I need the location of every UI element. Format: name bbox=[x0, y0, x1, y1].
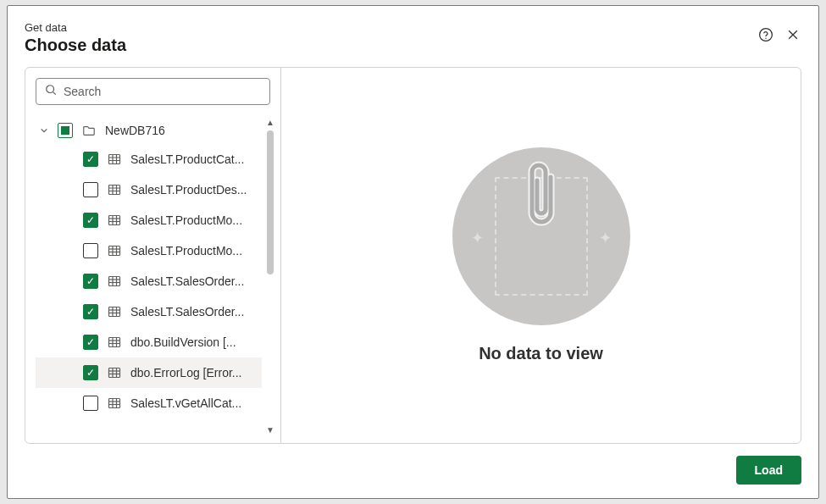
dialog-footer: Load bbox=[25, 444, 801, 485]
svg-point-0 bbox=[760, 29, 773, 42]
table-checkbox[interactable]: ✓ bbox=[83, 335, 98, 350]
svg-rect-11 bbox=[109, 186, 120, 195]
svg-rect-21 bbox=[109, 246, 120, 256]
svg-rect-16 bbox=[109, 216, 120, 225]
chevron-down-icon[interactable] bbox=[39, 126, 49, 135]
scroll-up-icon[interactable]: ▲ bbox=[266, 117, 274, 129]
table-icon bbox=[107, 335, 122, 349]
svg-line-5 bbox=[53, 92, 56, 95]
table-icon bbox=[107, 152, 122, 166]
table-icon bbox=[107, 274, 122, 288]
table-row[interactable]: ✓dbo.ErrorLog [Error... bbox=[36, 357, 262, 388]
tree-scrollbar[interactable]: ▲ ▼ bbox=[265, 117, 275, 436]
database-node[interactable]: NewDB716 bbox=[36, 117, 262, 144]
empty-message: No data to view bbox=[479, 344, 603, 363]
table-icon bbox=[107, 366, 122, 379]
table-icon bbox=[107, 244, 122, 258]
table-icon bbox=[107, 183, 122, 197]
table-label: SalesLT.SalesOrder... bbox=[130, 274, 258, 288]
load-button[interactable]: Load bbox=[736, 456, 801, 485]
table-row[interactable]: SalesLT.vGetAllCat... bbox=[36, 388, 262, 418]
sparkle-icon: ✦ bbox=[471, 229, 484, 247]
titles: Get data Choose data bbox=[25, 21, 126, 55]
table-icon bbox=[107, 396, 122, 410]
close-icon[interactable] bbox=[784, 26, 801, 43]
scroll-thumb[interactable] bbox=[267, 130, 274, 274]
table-checkbox[interactable] bbox=[83, 182, 98, 197]
database-checkbox[interactable] bbox=[58, 123, 73, 138]
dialog-header: Get data Choose data bbox=[25, 21, 801, 55]
table-checkbox[interactable]: ✓ bbox=[83, 213, 98, 228]
document-outline-icon bbox=[495, 177, 588, 296]
table-row[interactable]: ✓SalesLT.ProductCat... bbox=[36, 144, 262, 174]
empty-illustration: ✦ ✦ bbox=[452, 147, 630, 325]
navigator-pane: NewDB716 ✓SalesLT.ProductCat...SalesLT.P… bbox=[25, 68, 281, 443]
svg-point-1 bbox=[765, 37, 766, 38]
page-title: Choose data bbox=[25, 36, 126, 55]
search-input[interactable] bbox=[64, 85, 261, 98]
preview-pane: ✦ ✦ No data to view bbox=[281, 68, 801, 443]
database-label: NewDB716 bbox=[105, 124, 165, 137]
svg-point-4 bbox=[47, 86, 54, 93]
content-area: NewDB716 ✓SalesLT.ProductCat...SalesLT.P… bbox=[25, 67, 801, 444]
table-label: SalesLT.ProductMo... bbox=[130, 213, 258, 227]
table-row[interactable]: ✓dbo.BuildVersion [... bbox=[36, 327, 262, 357]
table-row[interactable]: ✓SalesLT.ProductMo... bbox=[36, 205, 262, 235]
table-row[interactable]: ✓SalesLT.SalesOrder... bbox=[36, 266, 262, 296]
table-label: dbo.BuildVersion [... bbox=[130, 335, 258, 349]
svg-rect-31 bbox=[109, 307, 120, 317]
header-actions bbox=[757, 26, 801, 43]
svg-rect-6 bbox=[109, 155, 120, 164]
table-row[interactable]: SalesLT.ProductDes... bbox=[36, 174, 262, 205]
table-row[interactable]: SalesLT.ProductMo... bbox=[36, 235, 262, 266]
search-icon bbox=[45, 84, 57, 99]
table-label: SalesLT.ProductDes... bbox=[130, 183, 258, 197]
table-row[interactable]: ✓SalesLT.SalesOrder... bbox=[36, 296, 262, 327]
table-checkbox[interactable]: ✓ bbox=[83, 365, 98, 380]
table-icon bbox=[107, 213, 122, 227]
svg-rect-41 bbox=[109, 368, 120, 378]
table-label: dbo.ErrorLog [Error... bbox=[130, 366, 258, 379]
table-checkbox[interactable] bbox=[83, 243, 98, 258]
table-icon bbox=[107, 305, 122, 318]
overline: Get data bbox=[25, 21, 126, 34]
search-box[interactable] bbox=[36, 78, 270, 105]
table-label: SalesLT.vGetAllCat... bbox=[130, 396, 258, 410]
table-checkbox[interactable]: ✓ bbox=[83, 152, 98, 167]
folder-icon bbox=[81, 124, 97, 137]
table-label: SalesLT.ProductMo... bbox=[130, 244, 258, 258]
table-label: SalesLT.SalesOrder... bbox=[130, 305, 258, 318]
scroll-down-icon[interactable]: ▼ bbox=[266, 424, 274, 436]
help-icon[interactable] bbox=[757, 26, 774, 43]
svg-rect-46 bbox=[109, 399, 120, 408]
svg-rect-36 bbox=[109, 338, 120, 347]
sparkle-icon: ✦ bbox=[599, 229, 612, 247]
table-checkbox[interactable]: ✓ bbox=[83, 304, 98, 319]
table-checkbox[interactable]: ✓ bbox=[83, 274, 98, 289]
object-tree: NewDB716 ✓SalesLT.ProductCat...SalesLT.P… bbox=[36, 117, 275, 436]
table-label: SalesLT.ProductCat... bbox=[130, 152, 258, 166]
table-checkbox[interactable] bbox=[83, 396, 98, 411]
paperclip-icon bbox=[522, 155, 561, 236]
svg-rect-26 bbox=[109, 277, 120, 286]
choose-data-dialog: Get data Choose data bbox=[7, 5, 819, 499]
